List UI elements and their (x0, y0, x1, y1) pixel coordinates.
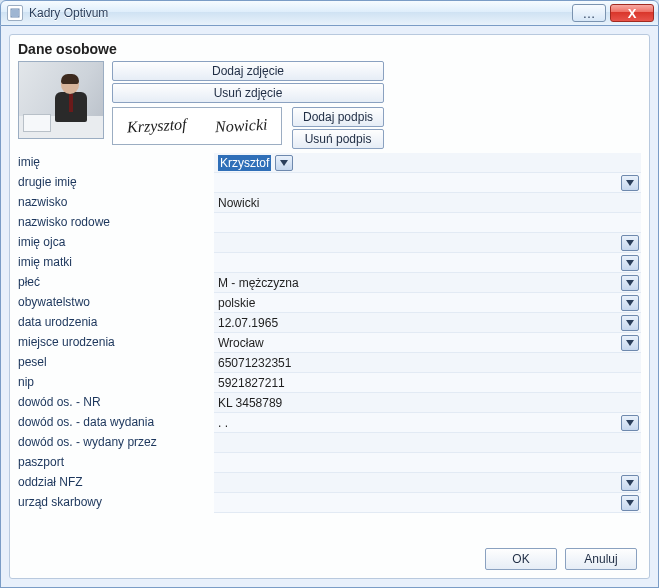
field-plec[interactable]: M - mężczyzna (214, 273, 641, 293)
svg-marker-14 (626, 500, 634, 506)
row-oddzial-nfz: oddział NFZ (18, 473, 641, 493)
label-plec: płeć (18, 273, 214, 293)
svg-marker-4 (280, 160, 288, 166)
label-miejsce-urodzenia: miejsce urodzenia (18, 333, 214, 353)
label-imie-ojca: imię ojca (18, 233, 214, 253)
label-dowod-data: dowód os. - data wydania (18, 413, 214, 433)
form-panel: Dane osobowe Dodaj zdjęcie Usuń zdjęcie … (9, 34, 650, 579)
remove-signature-button[interactable]: Usuń podpis (292, 129, 384, 149)
row-drugie-imie: drugie imię (18, 173, 641, 193)
label-data-urodzenia: data urodzenia (18, 313, 214, 333)
dropdown-imie-ojca[interactable] (621, 235, 639, 251)
dropdown-dowod-data[interactable] (621, 415, 639, 431)
window-options-button[interactable]: … (572, 4, 606, 22)
label-paszport: paszport (18, 453, 214, 473)
cancel-button[interactable]: Anuluj (565, 548, 637, 570)
row-pesel: pesel 65071232351 (18, 353, 641, 373)
value-obywatelstwo: polskie (218, 296, 617, 310)
row-plec: płeć M - mężczyzna (18, 273, 641, 293)
app-icon (7, 5, 23, 21)
field-paszport[interactable] (214, 453, 641, 473)
label-imie-matki: imię matki (18, 253, 214, 273)
title-bar: Kadry Optivum … X (0, 0, 659, 26)
value-dowod-data: . . (218, 416, 617, 430)
dropdown-imie[interactable] (275, 155, 293, 171)
row-dowod-nr: dowód os. - NR KL 3458789 (18, 393, 641, 413)
label-nip: nip (18, 373, 214, 393)
label-dowod-nr: dowód os. - NR (18, 393, 214, 413)
label-urzad-skarbowy: urząd skarbowy (18, 493, 214, 513)
field-obywatelstwo[interactable]: polskie (214, 293, 641, 313)
signature-text-last: Nowicki (214, 116, 267, 137)
field-pesel[interactable]: 65071232351 (214, 353, 641, 373)
field-dowod-data[interactable]: . . (214, 413, 641, 433)
dropdown-imie-matki[interactable] (621, 255, 639, 271)
window-body: Dane osobowe Dodaj zdjęcie Usuń zdjęcie … (0, 26, 659, 588)
form-grid: imię Krzysztof drugie imię nazwisko Nowi… (18, 153, 641, 513)
field-nip[interactable]: 5921827211 (214, 373, 641, 393)
dropdown-plec[interactable] (621, 275, 639, 291)
field-imie[interactable]: Krzysztof (214, 153, 641, 173)
window-close-button[interactable]: X (610, 4, 654, 22)
signature-preview: Krzysztof Nowicki (112, 107, 282, 145)
label-dowod-przez: dowód os. - wydany przez (18, 433, 214, 453)
field-dowod-nr[interactable]: KL 3458789 (214, 393, 641, 413)
svg-marker-5 (626, 180, 634, 186)
value-miejsce-urodzenia: Wrocław (218, 336, 617, 350)
row-dowod-data: dowód os. - data wydania . . (18, 413, 641, 433)
field-dowod-przez[interactable] (214, 433, 641, 453)
label-imie: imię (18, 153, 214, 173)
value-pesel: 65071232351 (218, 356, 639, 370)
field-nazwisko[interactable]: Nowicki (214, 193, 641, 213)
field-imie-matki[interactable] (214, 253, 641, 273)
dropdown-urzad-skarbowy[interactable] (621, 495, 639, 511)
field-oddzial-nfz[interactable] (214, 473, 641, 493)
svg-marker-10 (626, 320, 634, 326)
svg-marker-6 (626, 240, 634, 246)
top-area: Dodaj zdjęcie Usuń zdjęcie Krzysztof Now… (18, 61, 641, 149)
ok-button[interactable]: OK (485, 548, 557, 570)
label-drugie-imie: drugie imię (18, 173, 214, 193)
value-nazwisko: Nowicki (218, 196, 639, 210)
dropdown-oddzial-nfz[interactable] (621, 475, 639, 491)
row-imie-ojca: imię ojca (18, 233, 641, 253)
row-obywatelstwo: obywatelstwo polskie (18, 293, 641, 313)
row-nazwisko-rodowe: nazwisko rodowe (18, 213, 641, 233)
window-title: Kadry Optivum (29, 6, 108, 20)
field-data-urodzenia[interactable]: 12.07.1965 (214, 313, 641, 333)
svg-marker-12 (626, 420, 634, 426)
dropdown-drugie-imie[interactable] (621, 175, 639, 191)
dropdown-data-urodzenia[interactable] (621, 315, 639, 331)
value-dowod-nr: KL 3458789 (218, 396, 639, 410)
label-nazwisko-rodowe: nazwisko rodowe (18, 213, 214, 233)
signature-text-first: Krzysztof (127, 115, 187, 136)
section-title: Dane osobowe (18, 41, 641, 57)
svg-marker-13 (626, 480, 634, 486)
field-imie-ojca[interactable] (214, 233, 641, 253)
dropdown-obywatelstwo[interactable] (621, 295, 639, 311)
row-miejsce-urodzenia: miejsce urodzenia Wrocław (18, 333, 641, 353)
row-nip: nip 5921827211 (18, 373, 641, 393)
row-urzad-skarbowy: urząd skarbowy (18, 493, 641, 513)
add-photo-button[interactable]: Dodaj zdjęcie (112, 61, 384, 81)
row-data-urodzenia: data urodzenia 12.07.1965 (18, 313, 641, 333)
value-nip: 5921827211 (218, 376, 639, 390)
row-imie: imię Krzysztof (18, 153, 641, 173)
field-miejsce-urodzenia[interactable]: Wrocław (214, 333, 641, 353)
label-obywatelstwo: obywatelstwo (18, 293, 214, 313)
row-nazwisko: nazwisko Nowicki (18, 193, 641, 213)
row-dowod-przez: dowód os. - wydany przez (18, 433, 641, 453)
field-nazwisko-rodowe[interactable] (214, 213, 641, 233)
value-imie: Krzysztof (218, 155, 271, 171)
svg-marker-11 (626, 340, 634, 346)
remove-photo-button[interactable]: Usuń zdjęcie (112, 83, 384, 103)
label-oddzial-nfz: oddział NFZ (18, 473, 214, 493)
employee-photo (18, 61, 104, 139)
dropdown-miejsce-urodzenia[interactable] (621, 335, 639, 351)
field-urzad-skarbowy[interactable] (214, 493, 641, 513)
label-nazwisko: nazwisko (18, 193, 214, 213)
add-signature-button[interactable]: Dodaj podpis (292, 107, 384, 127)
svg-marker-8 (626, 280, 634, 286)
svg-marker-7 (626, 260, 634, 266)
field-drugie-imie[interactable] (214, 173, 641, 193)
